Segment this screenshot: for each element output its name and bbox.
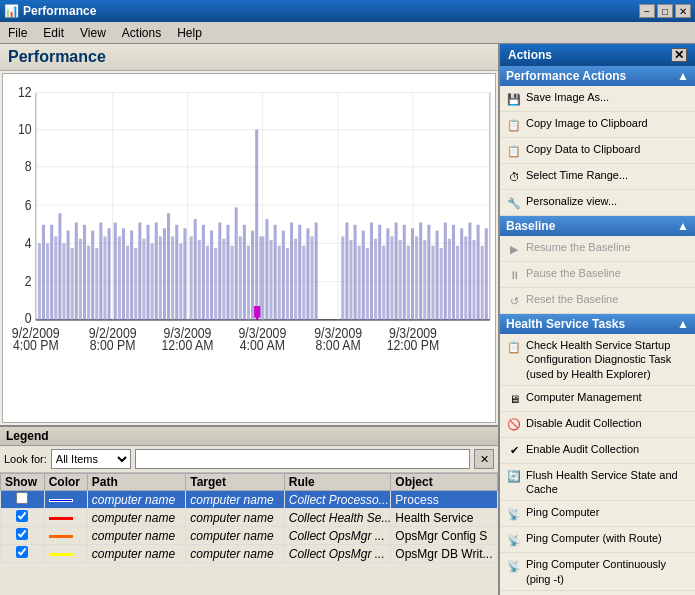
show-checkbox[interactable] <box>16 510 28 522</box>
svg-rect-54 <box>175 225 178 320</box>
action-item[interactable]: 📡 Ping Computer Continuously (ping -t) <box>500 553 695 591</box>
svg-rect-118 <box>460 228 463 320</box>
svg-text:8: 8 <box>25 159 32 175</box>
svg-rect-122 <box>477 225 480 320</box>
svg-rect-60 <box>202 225 205 320</box>
minimize-button[interactable]: − <box>639 4 655 18</box>
left-panel: Performance 12 10 8 6 4 2 0 <box>0 44 500 595</box>
menu-edit[interactable]: Edit <box>35 24 72 42</box>
menu-actions[interactable]: Actions <box>114 24 169 42</box>
action-label: Save Image As... <box>526 90 609 104</box>
action-item[interactable]: 🔄 Flush Health Service State and Cache <box>500 464 695 502</box>
svg-rect-92 <box>354 225 357 320</box>
svg-rect-44 <box>134 248 137 320</box>
svg-rect-123 <box>481 246 484 320</box>
table-row[interactable]: computer name computer name Collect OpsM… <box>1 545 498 563</box>
action-label: Resume the Baseline <box>526 240 631 254</box>
action-label: Copy Image to Clipboard <box>526 116 648 130</box>
task-icon: 📋 <box>506 339 522 355</box>
action-item[interactable]: 📡 Ping Computer <box>500 501 695 527</box>
svg-rect-79 <box>278 246 281 320</box>
svg-rect-77 <box>270 240 273 320</box>
svg-rect-83 <box>294 239 297 320</box>
svg-rect-76 <box>265 219 268 320</box>
svg-rect-113 <box>440 248 443 320</box>
svg-rect-21 <box>38 243 41 320</box>
svg-rect-25 <box>54 236 57 320</box>
svg-rect-49 <box>155 222 158 319</box>
save-icon: 💾 <box>506 91 522 107</box>
reset-icon: ↺ <box>506 293 522 309</box>
action-item: ⏸ Pause the Baseline <box>500 262 695 288</box>
color-indicator <box>49 517 73 520</box>
svg-rect-51 <box>163 228 166 320</box>
close-button[interactable]: ✕ <box>675 4 691 18</box>
resume-icon: ▶ <box>506 241 522 257</box>
color-indicator <box>49 553 73 556</box>
action-item[interactable]: 💾 Save Image As... <box>500 86 695 112</box>
all-items-dropdown[interactable]: All Items <box>51 449 131 469</box>
chart-container: 12 10 8 6 4 2 0 <box>2 73 496 423</box>
table-row[interactable]: computer name computer name Collect Heal… <box>1 509 498 527</box>
rule-cell: Collect Health Se... <box>284 509 391 527</box>
search-input[interactable] <box>135 449 470 469</box>
action-item[interactable]: 🔧 Personalize view... <box>500 190 695 216</box>
svg-rect-56 <box>183 228 186 320</box>
svg-rect-90 <box>345 222 348 319</box>
svg-rect-97 <box>374 239 377 320</box>
svg-rect-100 <box>386 228 389 320</box>
rule-cell: Collect OpsMgr ... <box>284 527 391 545</box>
show-checkbox[interactable] <box>16 492 28 504</box>
svg-text:8:00 AM: 8:00 AM <box>316 337 361 353</box>
svg-rect-58 <box>194 219 197 320</box>
menu-file[interactable]: File <box>0 24 35 42</box>
svg-rect-45 <box>138 222 141 319</box>
svg-rect-104 <box>403 225 406 320</box>
look-for-label: Look for: <box>4 453 47 465</box>
svg-rect-67 <box>231 246 234 320</box>
action-item[interactable]: ⏱ Select Time Range... <box>500 164 695 190</box>
action-item[interactable]: 📋 Check Health Service Startup Configura… <box>500 334 695 386</box>
table-row[interactable]: computer name computer name Collect OpsM… <box>1 527 498 545</box>
clear-search-button[interactable]: ✕ <box>474 449 494 469</box>
time-icon: ⏱ <box>506 169 522 185</box>
svg-rect-43 <box>130 231 133 320</box>
col-show: Show <box>1 474 45 491</box>
col-color: Color <box>44 474 87 491</box>
performance-chart: 12 10 8 6 4 2 0 <box>3 74 495 422</box>
menu-help[interactable]: Help <box>169 24 210 42</box>
show-checkbox[interactable] <box>16 528 28 540</box>
svg-rect-26 <box>58 213 61 320</box>
title-bar-controls[interactable]: − □ ✕ <box>639 4 691 18</box>
ping-icon: 📡 <box>506 506 522 522</box>
menu-view[interactable]: View <box>72 24 114 42</box>
action-item[interactable]: 📡 Ping Computer (with Route) <box>500 527 695 553</box>
target-cell: computer name <box>186 545 285 563</box>
svg-rect-124 <box>485 228 488 320</box>
personalize-icon: 🔧 <box>506 195 522 211</box>
svg-rect-106 <box>411 228 414 320</box>
legend-section: Legend Look for: All Items ✕ Show Color … <box>0 425 498 595</box>
action-item[interactable]: ✔ Enable Audit Collection <box>500 438 695 464</box>
svg-rect-55 <box>179 243 182 320</box>
table-row[interactable]: computer name computer name Collect Proc… <box>1 491 498 509</box>
action-item[interactable]: 🖥 Computer Management <box>500 386 695 412</box>
svg-rect-112 <box>436 231 439 320</box>
action-item[interactable]: 🚫 Disable Audit Collection <box>500 412 695 438</box>
action-item[interactable]: 📋 Copy Image to Clipboard <box>500 112 695 138</box>
show-checkbox[interactable] <box>16 546 28 558</box>
svg-rect-95 <box>366 248 369 320</box>
maximize-button[interactable]: □ <box>657 4 673 18</box>
action-item[interactable]: 📋 Copy Data to Clipboard <box>500 138 695 164</box>
svg-text:4: 4 <box>25 235 32 251</box>
legend-table: Show Color Path Target Rule Object compu… <box>0 473 498 595</box>
svg-rect-37 <box>103 236 106 320</box>
col-path: Path <box>87 474 186 491</box>
action-item: ▶ Resume the Baseline <box>500 236 695 262</box>
actions-close-button[interactable]: ✕ <box>671 48 687 62</box>
actions-body[interactable]: Performance Actions▲ 💾 Save Image As... … <box>500 66 695 595</box>
object-cell: OpsMgr DB Writ... <box>391 545 498 563</box>
disable-icon: 🚫 <box>506 417 522 433</box>
svg-rect-114 <box>444 222 447 319</box>
col-object: Object <box>391 474 498 491</box>
